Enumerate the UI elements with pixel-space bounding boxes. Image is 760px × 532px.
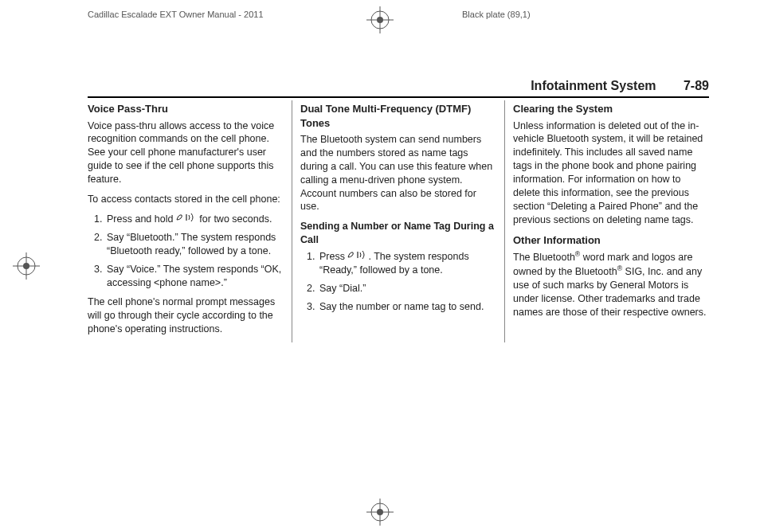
heading-voice-pass-thru: Voice Pass-Thru <box>88 102 284 116</box>
list-item: Press . The system responds “Ready,” fol… <box>318 250 496 277</box>
doc-title: Cadillac Escalade EXT Owner Manual - 201… <box>88 10 264 19</box>
list-item: Press and hold for two seconds. <box>105 213 284 226</box>
content-columns: Voice Pass-Thru Voice pass-thru allows a… <box>88 100 709 342</box>
svg-point-3 <box>377 17 383 23</box>
column-3: Clearing the System Unless information i… <box>504 100 709 342</box>
page-header: Infotainment System 7-89 <box>88 79 709 98</box>
svg-point-11 <box>377 509 383 515</box>
subheading-sending: Sending a Number or Name Tag During a Ca… <box>300 220 496 247</box>
list-item: Say “Voice.” The system responds “OK, ac… <box>105 263 284 290</box>
registration-mark-top-icon <box>366 6 394 33</box>
phone-voice-icon <box>347 250 368 264</box>
heading-dtmf: Dual Tone Multi-Frequency (DTMF) Tones <box>300 102 496 130</box>
paragraph: The Bluetooth® word mark and logos are o… <box>513 250 709 319</box>
heading-clearing: Clearing the System <box>513 102 709 116</box>
list-text: for two seconds. <box>197 213 272 225</box>
heading-other-info: Other Information <box>513 233 709 248</box>
svg-point-7 <box>23 263 29 269</box>
paragraph: To access contacts stored in the cell ph… <box>88 193 284 206</box>
ordered-list: Press . The system responds “Ready,” fol… <box>318 250 496 314</box>
list-item: Say the number or name tag to send. <box>318 300 496 314</box>
ordered-list: Press and hold for two seconds. Say “Blu… <box>105 213 284 290</box>
column-1: Voice Pass-Thru Voice pass-thru allows a… <box>88 100 292 342</box>
phone-voice-icon <box>176 213 197 226</box>
paragraph: Unless information is deleted out of the… <box>513 119 709 227</box>
list-text: Press <box>319 251 347 262</box>
section-title: Infotainment System <box>531 79 656 92</box>
list-text: Press and hold <box>107 213 176 225</box>
paragraph: Voice pass-thru allows access to the voi… <box>88 119 284 186</box>
page-number: 7-89 <box>684 79 709 92</box>
paragraph: The cell phone's normal prompt messages … <box>88 295 284 336</box>
list-item: Say “Dial.” <box>318 282 496 295</box>
plate-label: Black plate (89,1) <box>462 10 531 19</box>
column-2: Dual Tone Multi-Frequency (DTMF) Tones T… <box>292 100 504 342</box>
list-item: Say “Bluetooth.” The system responds “Bl… <box>105 231 284 258</box>
registration-mark-bottom-icon <box>366 499 394 526</box>
registration-mark-left-icon <box>13 252 40 280</box>
paragraph: The Bluetooth system can send numbers an… <box>300 133 496 213</box>
text: The Bluetooth <box>513 252 575 263</box>
